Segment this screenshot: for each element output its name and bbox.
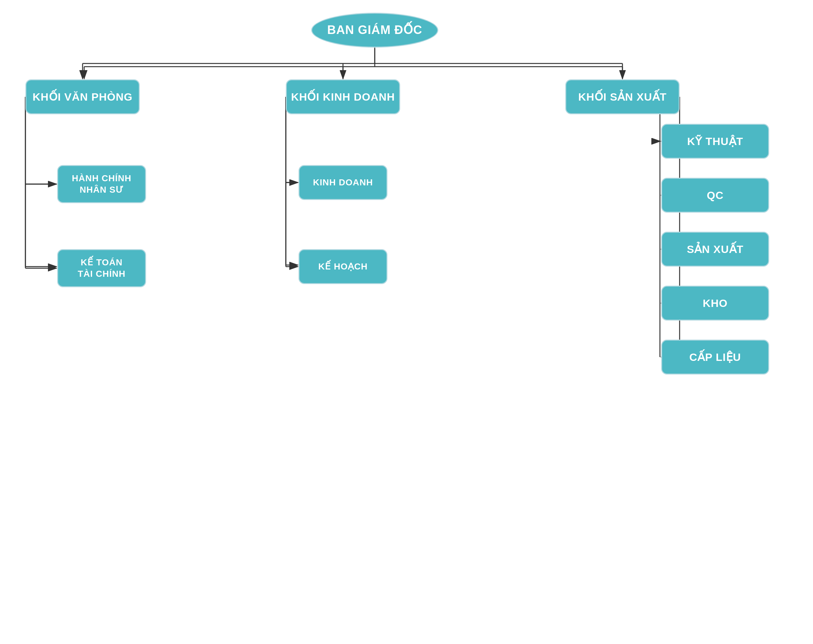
san-xuat-label: SẢN XUẤT bbox=[687, 242, 744, 256]
kho-node: KHO bbox=[661, 286, 769, 321]
ke-toan-tai-chinh-label: KẾ TOÁN TÀI CHÍNH bbox=[78, 257, 126, 280]
ban-giam-doc-label: BAN GIÁM ĐỐC bbox=[327, 22, 422, 38]
ky-thuat-label: KỸ THUẬT bbox=[687, 134, 744, 148]
ke-hoach-label: KẾ HOẠCH bbox=[318, 261, 367, 272]
kho-label: KHO bbox=[703, 296, 728, 310]
ke-hoach-node: KẾ HOẠCH bbox=[299, 249, 387, 284]
hanh-chinh-nhan-su-node: HÀNH CHÍNH NHÂN SƯ bbox=[57, 165, 146, 203]
khoi-van-phong-label: KHỐI VĂN PHÒNG bbox=[33, 90, 133, 104]
cap-lieu-node: CẤP LIỆU bbox=[661, 340, 769, 375]
khoi-van-phong-node: KHỐI VĂN PHÒNG bbox=[25, 80, 140, 114]
khoi-kinh-doanh-label: KHỐI KINH DOANH bbox=[291, 90, 395, 104]
khoi-san-xuat-label: KHỐI SẢN XUẤT bbox=[578, 90, 667, 104]
hanh-chinh-nhan-su-label: HÀNH CHÍNH NHÂN SƯ bbox=[72, 173, 131, 196]
ke-toan-tai-chinh-node: KẾ TOÁN TÀI CHÍNH bbox=[57, 249, 146, 287]
kinh-doanh-label: KINH DOANH bbox=[313, 177, 373, 188]
ky-thuat-node: KỸ THUẬT bbox=[661, 124, 769, 159]
khoi-kinh-doanh-node: KHỐI KINH DOANH bbox=[286, 80, 400, 114]
qc-node: QC bbox=[661, 178, 769, 213]
qc-label: QC bbox=[707, 188, 724, 202]
kinh-doanh-node: KINH DOANH bbox=[299, 165, 387, 200]
org-chart: BAN GIÁM ĐỐC KHỐI VĂN PHÒNG KHỐI KINH DO… bbox=[0, 0, 813, 644]
khoi-san-xuat-node: KHỐI SẢN XUẤT bbox=[565, 80, 680, 114]
san-xuat-node: SẢN XUẤT bbox=[661, 232, 769, 267]
cap-lieu-label: CẤP LIỆU bbox=[689, 350, 741, 364]
ban-giam-doc-node: BAN GIÁM ĐỐC bbox=[311, 13, 438, 47]
